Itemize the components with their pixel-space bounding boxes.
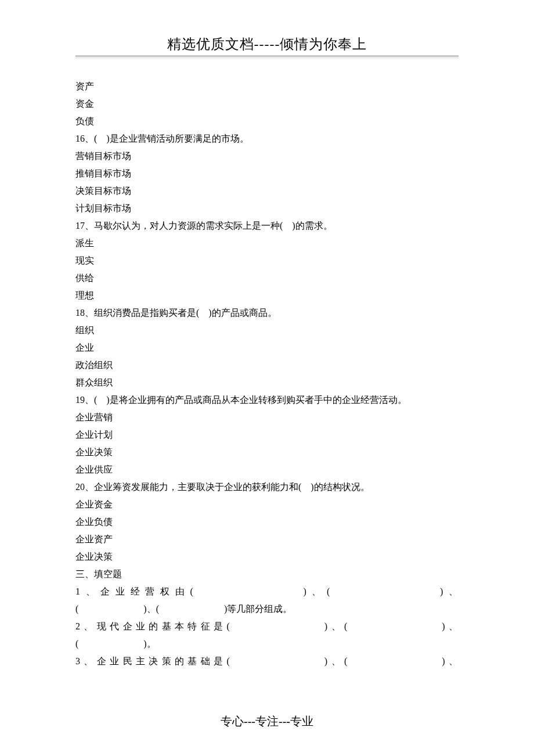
text-line: 资产 (75, 78, 459, 95)
text-line: 16、( )是企业营销活动所要满足的市场。 (75, 130, 459, 147)
header-text: 精选优质文档-----倾情为你奉上 (167, 37, 367, 52)
text-line: 2、现代企业的基本特征是( )、( )、 (75, 618, 459, 635)
text-line: 3、企业民主决策的基础是( )、( )、 (75, 653, 459, 670)
text-line: 现实 (75, 252, 459, 269)
text-line: 18、组织消费品是指购买者是( )的产品或商品。 (75, 304, 459, 322)
text-line: 决策目标市场 (75, 182, 459, 200)
text-line: 企业 (75, 339, 459, 357)
text-line: 营销目标市场 (75, 147, 459, 165)
text-line: 企业负债 (75, 513, 459, 531)
text-line: 三、填空题 (75, 566, 459, 583)
text-line: 1、企业经营权由( )、( )、 (75, 583, 459, 600)
page-footer: 专心---专注---专业 (0, 714, 534, 729)
text-line: 企业决策 (75, 444, 459, 461)
footer-text: 专心---专注---专业 (221, 715, 313, 728)
text-line: 计划目标市场 (75, 200, 459, 217)
text-line: 企业资金 (75, 496, 459, 513)
text-line: 19、( )是将企业拥有的产品或商品从本企业转移到购买者手中的企业经营活动。 (75, 391, 459, 409)
text-line: 派生 (75, 235, 459, 252)
text-line: 17、马歇尔认为，对人力资源的需求实际上是一种( )的需求。 (75, 217, 459, 235)
text-line: 企业营销 (75, 409, 459, 426)
text-line: 企业供应 (75, 461, 459, 478)
text-line: 群众组织 (75, 374, 459, 391)
text-line: 理想 (75, 287, 459, 304)
header-rule (75, 56, 459, 58)
document-page: 精选优质文档-----倾情为你奉上 资产资金负债16、( )是企业营销活动所要满… (0, 0, 534, 756)
text-line: 企业决策 (75, 548, 459, 566)
text-line: 企业计划 (75, 426, 459, 444)
page-header: 精选优质文档-----倾情为你奉上 (75, 35, 459, 62)
text-line: 企业资产 (75, 531, 459, 548)
text-line: ( )、( )等几部分组成。 (75, 600, 459, 618)
text-line: 政治组织 (75, 357, 459, 374)
document-body: 资产资金负债16、( )是企业营销活动所要满足的市场。营销目标市场推销目标市场决… (75, 78, 459, 670)
text-line: 负债 (75, 113, 459, 130)
text-line: 供给 (75, 269, 459, 287)
text-line: 推销目标市场 (75, 165, 459, 182)
text-line: 20、企业筹资发展能力，主要取决于企业的获利能力和( )的结构状况。 (75, 478, 459, 496)
text-line: 资金 (75, 95, 459, 113)
text-line: 组织 (75, 322, 459, 339)
text-line: ( )。 (75, 635, 459, 653)
